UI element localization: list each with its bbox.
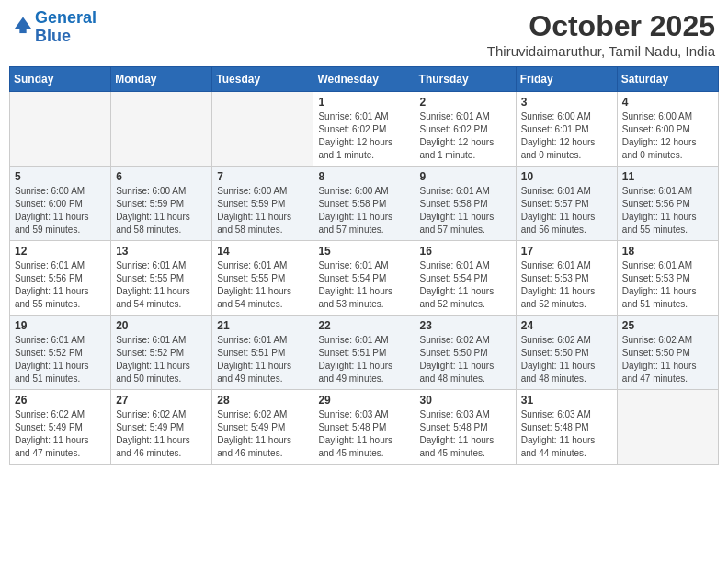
day-number: 15 <box>318 245 409 258</box>
day-number: 10 <box>521 170 612 183</box>
calendar-cell: 14Sunrise: 6:01 AM Sunset: 5:55 PM Dayli… <box>212 241 313 316</box>
day-number: 12 <box>15 245 106 258</box>
day-info: Sunrise: 6:02 AM Sunset: 5:49 PM Dayligh… <box>217 408 308 460</box>
calendar-cell: 22Sunrise: 6:01 AM Sunset: 5:51 PM Dayli… <box>313 316 415 390</box>
calendar-cell: 29Sunrise: 6:03 AM Sunset: 5:48 PM Dayli… <box>313 390 415 465</box>
calendar-cell: 6Sunrise: 6:00 AM Sunset: 5:59 PM Daylig… <box>111 167 212 241</box>
calendar-cell: 20Sunrise: 6:01 AM Sunset: 5:52 PM Dayli… <box>111 316 212 390</box>
calendar-cell: 9Sunrise: 6:01 AM Sunset: 5:58 PM Daylig… <box>415 167 516 241</box>
logo-text-general: General <box>35 9 97 28</box>
calendar-cell: 3Sunrise: 6:00 AM Sunset: 6:01 PM Daylig… <box>516 92 617 167</box>
day-number: 30 <box>420 394 511 407</box>
location-subtitle: Thiruvidaimaruthur, Tamil Nadu, India <box>487 43 715 59</box>
day-info: Sunrise: 6:00 AM Sunset: 6:00 PM Dayligh… <box>622 110 713 162</box>
calendar-cell: 18Sunrise: 6:01 AM Sunset: 5:53 PM Dayli… <box>617 241 718 316</box>
svg-rect-1 <box>19 29 26 32</box>
day-number: 23 <box>420 319 511 332</box>
day-info: Sunrise: 6:01 AM Sunset: 5:54 PM Dayligh… <box>420 259 511 311</box>
calendar-cell <box>617 390 718 465</box>
day-number: 1 <box>318 96 409 109</box>
day-info: Sunrise: 6:02 AM Sunset: 5:49 PM Dayligh… <box>116 408 207 460</box>
calendar-cell: 26Sunrise: 6:02 AM Sunset: 5:49 PM Dayli… <box>10 390 111 465</box>
day-info: Sunrise: 6:01 AM Sunset: 5:51 PM Dayligh… <box>217 334 308 385</box>
day-number: 25 <box>622 319 713 332</box>
calendar-cell: 21Sunrise: 6:01 AM Sunset: 5:51 PM Dayli… <box>212 316 313 390</box>
calendar-cell: 11Sunrise: 6:01 AM Sunset: 5:56 PM Dayli… <box>617 167 718 241</box>
calendar-cell: 31Sunrise: 6:03 AM Sunset: 5:48 PM Dayli… <box>516 390 617 465</box>
day-info: Sunrise: 6:03 AM Sunset: 5:48 PM Dayligh… <box>318 408 409 460</box>
calendar-cell <box>10 92 111 167</box>
calendar-cell: 30Sunrise: 6:03 AM Sunset: 5:48 PM Dayli… <box>415 390 516 465</box>
col-header-wednesday: Wednesday <box>313 67 415 92</box>
calendar-week-row: 19Sunrise: 6:01 AM Sunset: 5:52 PM Dayli… <box>10 316 719 390</box>
calendar-cell: 16Sunrise: 6:01 AM Sunset: 5:54 PM Dayli… <box>415 241 516 316</box>
day-info: Sunrise: 6:01 AM Sunset: 6:02 PM Dayligh… <box>420 110 511 162</box>
day-info: Sunrise: 6:01 AM Sunset: 5:57 PM Dayligh… <box>521 185 612 236</box>
day-number: 14 <box>217 245 308 258</box>
day-number: 20 <box>116 319 207 332</box>
logo: General Blue <box>13 9 97 46</box>
calendar-cell: 13Sunrise: 6:01 AM Sunset: 5:55 PM Dayli… <box>111 241 212 316</box>
col-header-tuesday: Tuesday <box>212 67 313 92</box>
calendar-cell: 7Sunrise: 6:00 AM Sunset: 5:59 PM Daylig… <box>212 167 313 241</box>
day-info: Sunrise: 6:01 AM Sunset: 5:56 PM Dayligh… <box>15 259 106 311</box>
col-header-saturday: Saturday <box>617 67 718 92</box>
day-number: 22 <box>318 319 409 332</box>
calendar-cell: 19Sunrise: 6:01 AM Sunset: 5:52 PM Dayli… <box>10 316 111 390</box>
day-info: Sunrise: 6:00 AM Sunset: 6:00 PM Dayligh… <box>15 185 106 236</box>
day-info: Sunrise: 6:02 AM Sunset: 5:50 PM Dayligh… <box>521 334 612 385</box>
day-info: Sunrise: 6:01 AM Sunset: 6:02 PM Dayligh… <box>318 110 409 162</box>
day-info: Sunrise: 6:01 AM Sunset: 5:55 PM Dayligh… <box>116 259 207 311</box>
calendar-week-row: 26Sunrise: 6:02 AM Sunset: 5:49 PM Dayli… <box>10 390 719 465</box>
day-number: 16 <box>420 245 511 258</box>
day-number: 8 <box>318 170 409 183</box>
day-number: 19 <box>15 319 106 332</box>
day-info: Sunrise: 6:02 AM Sunset: 5:49 PM Dayligh… <box>15 408 106 460</box>
day-number: 9 <box>420 170 511 183</box>
col-header-thursday: Thursday <box>415 67 516 92</box>
day-info: Sunrise: 6:01 AM Sunset: 5:58 PM Dayligh… <box>420 185 511 236</box>
day-number: 26 <box>15 394 106 407</box>
day-number: 3 <box>521 96 612 109</box>
day-number: 2 <box>420 96 511 109</box>
calendar-cell: 15Sunrise: 6:01 AM Sunset: 5:54 PM Dayli… <box>313 241 415 316</box>
day-info: Sunrise: 6:00 AM Sunset: 5:58 PM Dayligh… <box>318 185 409 236</box>
day-info: Sunrise: 6:01 AM Sunset: 5:54 PM Dayligh… <box>318 259 409 311</box>
calendar-cell: 17Sunrise: 6:01 AM Sunset: 5:53 PM Dayli… <box>516 241 617 316</box>
title-block: October 2025 Thiruvidaimaruthur, Tamil N… <box>487 9 715 59</box>
col-header-monday: Monday <box>111 67 212 92</box>
calendar-cell: 5Sunrise: 6:00 AM Sunset: 6:00 PM Daylig… <box>10 167 111 241</box>
day-number: 5 <box>15 170 106 183</box>
calendar-cell: 28Sunrise: 6:02 AM Sunset: 5:49 PM Dayli… <box>212 390 313 465</box>
col-header-sunday: Sunday <box>10 67 111 92</box>
day-number: 18 <box>622 245 713 258</box>
day-number: 29 <box>318 394 409 407</box>
calendar-table: SundayMondayTuesdayWednesdayThursdayFrid… <box>9 66 719 465</box>
calendar-cell <box>212 92 313 167</box>
day-number: 13 <box>116 245 207 258</box>
day-number: 27 <box>116 394 207 407</box>
day-info: Sunrise: 6:00 AM Sunset: 6:01 PM Dayligh… <box>521 110 612 162</box>
calendar-cell: 23Sunrise: 6:02 AM Sunset: 5:50 PM Dayli… <box>415 316 516 390</box>
day-number: 4 <box>622 96 713 109</box>
calendar-week-row: 5Sunrise: 6:00 AM Sunset: 6:00 PM Daylig… <box>10 167 719 241</box>
day-number: 6 <box>116 170 207 183</box>
day-number: 17 <box>521 245 612 258</box>
day-number: 24 <box>521 319 612 332</box>
day-number: 28 <box>217 394 308 407</box>
day-info: Sunrise: 6:01 AM Sunset: 5:55 PM Dayligh… <box>217 259 308 311</box>
calendar-cell: 8Sunrise: 6:00 AM Sunset: 5:58 PM Daylig… <box>313 167 415 241</box>
calendar-cell: 4Sunrise: 6:00 AM Sunset: 6:00 PM Daylig… <box>617 92 718 167</box>
calendar-cell <box>111 92 212 167</box>
calendar-cell: 27Sunrise: 6:02 AM Sunset: 5:49 PM Dayli… <box>111 390 212 465</box>
col-header-friday: Friday <box>516 67 617 92</box>
month-title: October 2025 <box>487 9 715 43</box>
day-info: Sunrise: 6:03 AM Sunset: 5:48 PM Dayligh… <box>420 408 511 460</box>
day-info: Sunrise: 6:00 AM Sunset: 5:59 PM Dayligh… <box>116 185 207 236</box>
day-number: 21 <box>217 319 308 332</box>
day-info: Sunrise: 6:01 AM Sunset: 5:51 PM Dayligh… <box>318 334 409 385</box>
calendar-cell: 1Sunrise: 6:01 AM Sunset: 6:02 PM Daylig… <box>313 92 415 167</box>
day-info: Sunrise: 6:00 AM Sunset: 5:59 PM Dayligh… <box>217 185 308 236</box>
day-info: Sunrise: 6:01 AM Sunset: 5:53 PM Dayligh… <box>622 259 713 311</box>
day-info: Sunrise: 6:01 AM Sunset: 5:53 PM Dayligh… <box>521 259 612 311</box>
